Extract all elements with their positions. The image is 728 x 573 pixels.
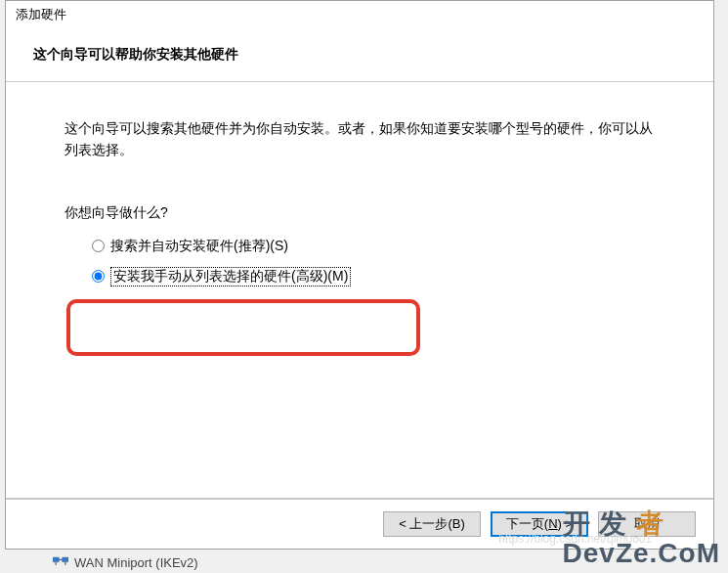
- svg-rect-4: [64, 562, 66, 565]
- wizard-description: 这个向导可以搜索其他硬件并为你自动安装。或者，如果你知道要安装哪个型号的硬件，你…: [64, 117, 655, 161]
- background-list-item: WAN Miniport (IKEv2): [53, 554, 198, 571]
- option-auto-row[interactable]: 搜索并自动安装硬件(推荐)(S): [92, 238, 655, 255]
- dialog-header: 这个向导可以帮助你安装其他硬件: [6, 28, 713, 81]
- svg-rect-1: [63, 557, 68, 562]
- back-button[interactable]: < 上一步(B): [383, 511, 481, 537]
- dialog-footer: < 上一步(B) 下一页(N) > 取消: [6, 499, 713, 549]
- wizard-prompt: 你想向导做什么?: [64, 204, 655, 222]
- svg-rect-0: [53, 557, 59, 562]
- svg-rect-3: [55, 562, 57, 565]
- dialog-content: 这个向导可以搜索其他硬件并为你自动安装。或者，如果你知道要安装哪个型号的硬件，你…: [6, 82, 713, 498]
- adapter-icon: [53, 554, 68, 571]
- option-manual-label[interactable]: 安装我手动从列表选择的硬件(高级)(M): [110, 267, 351, 286]
- dialog-title: 添加硬件: [6, 1, 713, 28]
- next-suffix: ) >: [558, 516, 574, 531]
- wizard-options: 搜索并自动安装硬件(推荐)(S) 安装我手动从列表选择的硬件(高级)(M): [64, 238, 655, 286]
- next-button[interactable]: 下一页(N) >: [491, 511, 588, 537]
- next-prefix: 下一页(: [506, 516, 548, 531]
- option-manual-radio[interactable]: [92, 270, 105, 283]
- next-key: N: [548, 516, 557, 531]
- option-auto-label[interactable]: 搜索并自动安装硬件(推荐)(S): [110, 238, 288, 255]
- cancel-button[interactable]: 取消: [598, 511, 696, 537]
- option-auto-radio[interactable]: [92, 240, 105, 252]
- background-item-label: WAN Miniport (IKEv2): [74, 555, 198, 570]
- dialog-heading: 这个向导可以帮助你安装其他硬件: [33, 46, 686, 64]
- annotation-highlight: [66, 299, 420, 356]
- add-hardware-dialog: 添加硬件 这个向导可以帮助你安装其他硬件 这个向导可以搜索其他硬件并为你自动安装…: [5, 0, 714, 550]
- option-manual-row[interactable]: 安装我手动从列表选择的硬件(高级)(M): [92, 267, 655, 286]
